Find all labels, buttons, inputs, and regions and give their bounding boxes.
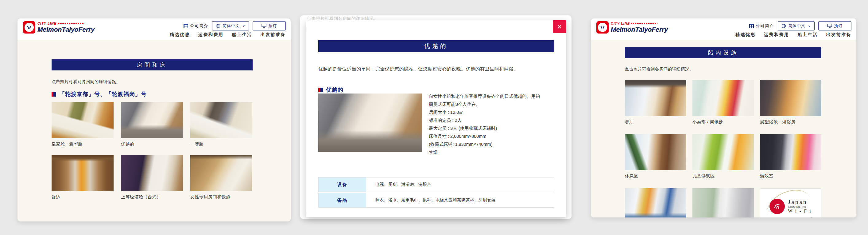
folding-bed-size-line: (收藏式床铺: 1,930mm×740mm)	[429, 140, 543, 148]
gallery-item: 皇家舱 - 豪华舱	[52, 102, 114, 147]
nav-item-fares[interactable]: 运费和费用	[198, 32, 224, 37]
grid-icon	[184, 24, 188, 28]
modal-section-heading: 优越的	[318, 86, 343, 94]
nav-item-before-departure[interactable]: 出发前准备	[826, 32, 852, 37]
photo-royal-deluxe-cabin[interactable]	[52, 102, 114, 138]
company-intro-link[interactable]: 公司简介	[749, 23, 774, 29]
close-icon[interactable]: ✕	[553, 20, 566, 33]
monitor-icon	[827, 24, 832, 28]
photo-caption: 舒适	[52, 194, 114, 200]
wifi-word-connected: Connected-free	[788, 206, 812, 209]
window-rooms-and-beds: CITY LINE MeimonTaiyoFerry 公司简介 简体中文 ∨ 预…	[18, 19, 291, 221]
company-logo[interactable]: CITY LINE MeimonTaiyoFerry	[23, 21, 95, 33]
rooms-content: 房間和床 点击照片可看到各房间的详细情况。 「轮渡京都」号、「轮渡福岗」号 皇家…	[18, 40, 291, 221]
photo-caption: 优越的	[121, 141, 183, 147]
photo-comfort-cabin[interactable]	[52, 155, 114, 191]
room-detail-intro: 向女性小组和老年旅客推荐设备齐全的日式优越的。用铂爾曼式床可能3个人住在。	[429, 92, 543, 108]
room-detail-text: 向女性小组和老年旅客推荐设备齐全的日式优越的。用铂爾曼式床可能3个人住在。 房间…	[429, 92, 543, 156]
logo-brand: MeimonTaiyoFerry	[611, 26, 668, 33]
booking-button[interactable]: 预订	[253, 21, 286, 30]
nav-item-deals[interactable]: 精选优惠	[735, 32, 756, 37]
photo-caption: 展望浴池・淋浴房	[760, 119, 822, 125]
facility-gallery: 餐厅 小卖部 / 问讯处 展望浴池・淋浴房 休息区 儿童游戏区	[625, 80, 822, 217]
table-row-label: 备品	[319, 193, 366, 207]
main-nav: 精选优惠 运费和费用 船上生活 出发前准备	[735, 32, 851, 37]
heading-bullet-icon	[318, 88, 323, 92]
no-smoking-label: 禁烟	[429, 148, 543, 156]
photo-lockers[interactable]	[692, 188, 754, 217]
photo-superior-cabin[interactable]	[121, 102, 183, 138]
photo-observation-bath-shower[interactable]	[760, 80, 822, 116]
grid-icon	[749, 24, 754, 28]
nav-item-onboard-life[interactable]: 船上生活	[798, 32, 818, 37]
registered-mark: ®	[811, 217, 812, 217]
nav-item-fares[interactable]: 运费和费用	[764, 32, 789, 37]
chevron-down-icon: ∨	[243, 24, 245, 28]
main-nav: 精选优惠 运费和费用 船上生活 出发前准备	[170, 32, 286, 37]
photo-tourist-western-cabin[interactable]	[121, 155, 183, 191]
language-label: 简体中文	[222, 23, 240, 29]
gallery-item	[692, 188, 754, 217]
photo-game-room[interactable]	[760, 134, 822, 170]
photo-caption: 女性专用房间和设施	[190, 194, 252, 200]
table-row: 备品 睡衣、浴巾、脸用毛巾、拖鞋、电烧水壶和茶碗茶杯、牙刷套装	[318, 193, 554, 208]
booking-label: 预订	[269, 23, 277, 29]
modal-heading-text: 优越的	[326, 86, 343, 94]
page-title-banner: 房間和床	[52, 59, 253, 71]
gallery-item: Japan Connected-free W i - F i ®	[760, 188, 822, 217]
photo-caption: 儿童游戏区	[692, 174, 754, 179]
photo-caption: 游戏室	[760, 174, 822, 179]
utility-bar: 公司简介 简体中文 ∨ 预订	[749, 21, 851, 30]
gallery-item: 上等经济舱（西式）	[121, 155, 183, 200]
booking-button[interactable]: 预订	[818, 21, 851, 30]
desktop-background: CITY LINE MeimonTaiyoFerry 公司简介 简体中文 ∨ 预…	[0, 0, 868, 235]
gallery-item: 女性专用房间和设施	[190, 155, 252, 200]
company-intro-link[interactable]: 公司简介	[184, 23, 208, 29]
photo-women-only-facilities[interactable]	[190, 155, 252, 191]
gallery-item: 休息区	[625, 134, 686, 179]
photo-japan-wifi-logo[interactable]: Japan Connected-free W i - F i ®	[760, 188, 822, 217]
photo-superior-cabin-large	[318, 94, 422, 152]
language-label: 简体中文	[788, 23, 805, 29]
photo-rest-area[interactable]	[625, 134, 686, 170]
logo-tagline: CITY LINE	[37, 22, 57, 25]
logo-text: CITY LINE MeimonTaiyoFerry	[611, 21, 668, 33]
intro-text: 点击照片可看到各房间的详细情况。	[625, 67, 694, 72]
chevron-down-icon: ∨	[808, 24, 811, 28]
photo-caption: 休息区	[625, 174, 686, 179]
bed-size-line: 床位尺寸 : 2,000mm×800mm	[429, 132, 543, 140]
ship-names-text: 「轮渡京都」号、「轮渡福岗」号	[59, 90, 147, 98]
nav-item-before-departure[interactable]: 出发前准备	[260, 32, 286, 37]
language-selector[interactable]: 简体中文 ∨	[778, 21, 815, 30]
room-detail-modal: ✕ 优越的 优越的是价位适当的单间，完全保护您的隐私，让您度过安心的夜晚。优越的…	[306, 20, 566, 217]
window-room-detail: 点击照片可看到各房间的详细情况。 ✕ 优越的 优越的是价位适当的单间，完全保护您…	[300, 16, 571, 219]
logo-mark-icon	[596, 21, 609, 33]
photo-caption: 皇家舱 - 豪华舱	[52, 141, 114, 147]
language-selector[interactable]: 简体中文 ∨	[212, 21, 249, 30]
nav-item-onboard-life[interactable]: 船上生活	[232, 32, 252, 37]
photo-shop-information[interactable]	[692, 80, 754, 116]
company-intro-label: 公司简介	[756, 23, 774, 29]
nav-item-deals[interactable]: 精选优惠	[170, 32, 190, 37]
gallery-item: 餐厅	[625, 80, 686, 125]
photo-kids-play-area[interactable]	[692, 134, 754, 170]
gallery-item: 一等舱	[190, 102, 252, 147]
standard-capacity-line: 标准的定员 : 2人	[429, 116, 543, 124]
photo-first-class-cabin[interactable]	[190, 102, 252, 138]
table-row-label: 设备	[319, 178, 366, 192]
logo-tagline: CITY LINE	[611, 22, 630, 25]
photo-vending-machines[interactable]	[625, 188, 686, 217]
site-header: CITY LINE MeimonTaiyoFerry 公司简介 简体中文 ∨ 预…	[18, 19, 291, 40]
gallery-item: 优越的	[121, 102, 183, 147]
window-onboard-facilities: CITY LINE MeimonTaiyoFerry 公司简介 简体中文 ∨ 预…	[591, 19, 856, 217]
modal-lead-text: 优越的是价位适当的单间，完全保护您的隐私，让您度过安心的夜晚。优越的有卫生间和淋…	[318, 65, 555, 73]
modal-title-banner: 优越的	[318, 40, 554, 52]
table-row-value: 睡衣、浴巾、脸用毛巾、拖鞋、电烧水壶和茶碗茶杯、牙刷套装	[366, 193, 554, 207]
table-row-value: 电视、厕所、淋浴房、洗脸台	[366, 178, 554, 192]
company-logo[interactable]: CITY LINE MeimonTaiyoFerry	[596, 21, 668, 33]
wifi-word-wifi: W i - F i	[788, 209, 812, 214]
amenities-table: 设备 电视、厕所、淋浴房、洗脸台 备品 睡衣、浴巾、脸用毛巾、拖鞋、电烧水壶和茶…	[318, 177, 554, 209]
photo-restaurant[interactable]	[625, 80, 686, 116]
booking-label: 预订	[834, 23, 843, 29]
gallery-item: 游戏室	[760, 134, 822, 179]
